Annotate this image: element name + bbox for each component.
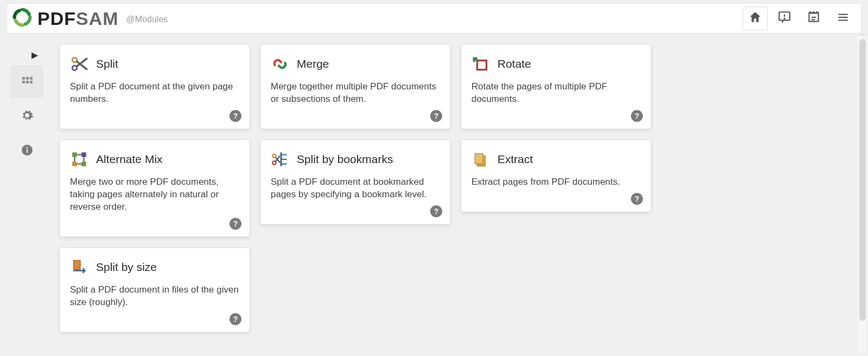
svg-rect-8 <box>22 77 25 80</box>
module-card-split-size[interactable]: Split by size Split a PDF document in fi… <box>60 248 250 332</box>
log-button[interactable] <box>801 7 826 30</box>
scissors-icon <box>70 55 88 73</box>
svg-rect-25 <box>81 161 86 166</box>
help-button[interactable]: ? <box>430 205 442 217</box>
module-card-split[interactable]: Split Split a PDF document at the given … <box>60 44 250 129</box>
news-icon <box>777 10 792 27</box>
sidebar-item-dashboard[interactable] <box>11 66 43 98</box>
help-button[interactable]: ? <box>229 110 241 122</box>
sidebar-item-about[interactable] <box>11 135 43 167</box>
log-icon <box>807 10 821 27</box>
breadcrumb: @Modules <box>126 15 168 24</box>
logo-icon <box>12 8 32 29</box>
chain-icon <box>271 55 289 73</box>
news-button[interactable] <box>772 7 797 30</box>
help-button[interactable]: ? <box>229 313 241 325</box>
help-button[interactable]: ? <box>229 218 241 230</box>
module-title: Merge <box>297 57 329 70</box>
help-button[interactable]: ? <box>631 193 643 205</box>
module-description: Split a PDF document in files of the giv… <box>70 284 239 309</box>
extract-icon <box>471 150 490 169</box>
svg-point-16 <box>27 147 28 148</box>
gear-icon <box>21 109 34 124</box>
module-card-alternate-mix[interactable]: Alternate Mix Merge two or more PDF docu… <box>60 140 250 237</box>
module-title: Rotate <box>497 57 531 70</box>
svg-rect-24 <box>72 161 77 166</box>
module-title: Split <box>96 57 118 70</box>
module-description: Merge together multiple PDF documents or… <box>271 81 440 106</box>
sidebar-expand-button[interactable]: ▶ <box>31 50 38 60</box>
module-title: Split by bookmarks <box>297 153 393 166</box>
module-description: Split a PDF document at bookmarked pages… <box>271 176 440 201</box>
svg-rect-15 <box>27 149 28 153</box>
svg-point-2 <box>784 18 784 19</box>
svg-rect-23 <box>81 152 86 157</box>
menu-icon <box>836 10 850 27</box>
module-title: Extract <box>497 153 533 166</box>
module-description: Extract pages from PDF documents. <box>471 176 641 189</box>
help-button[interactable]: ? <box>631 110 643 122</box>
split-size-icon <box>70 258 88 276</box>
info-icon <box>21 144 34 159</box>
svg-rect-21 <box>477 61 487 70</box>
svg-rect-36 <box>73 260 80 269</box>
module-description: Rotate the pages of multiple PDF documen… <box>471 81 641 106</box>
rotate-icon <box>471 55 490 73</box>
scrollbar-thumb[interactable] <box>859 39 866 321</box>
svg-rect-13 <box>30 81 33 83</box>
mix-icon <box>70 150 88 169</box>
chevron-right-icon: ▶ <box>31 50 38 60</box>
sidebar: ▶ <box>0 34 54 356</box>
module-card-merge[interactable]: Merge Merge together multiple PDF docume… <box>260 44 450 129</box>
home-button[interactable] <box>743 7 768 30</box>
bookmark-scissors-icon <box>271 150 289 169</box>
grid-icon <box>21 74 34 89</box>
menu-button[interactable] <box>831 7 856 30</box>
logo-text-pdf: PDF <box>37 8 76 29</box>
svg-rect-9 <box>26 77 29 80</box>
module-card-split-bookmarks[interactable]: Split by bookmarks Split a PDF document … <box>260 140 450 224</box>
scroll-up-icon: ︿ <box>858 30 867 38</box>
svg-rect-10 <box>30 77 33 80</box>
svg-rect-22 <box>72 152 77 157</box>
module-description: Split a PDF document at the given page n… <box>70 81 239 106</box>
modules-grid: Split Split a PDF document at the given … <box>54 34 868 356</box>
module-description: Merge two or more PDF documents, taking … <box>70 176 239 213</box>
vertical-scrollbar[interactable]: ︿ <box>858 36 867 353</box>
module-title: Split by size <box>96 261 157 274</box>
module-title: Alternate Mix <box>96 153 163 166</box>
home-icon <box>748 10 762 27</box>
help-button[interactable]: ? <box>430 110 442 122</box>
logo-text-sam: SAM <box>76 8 119 29</box>
svg-rect-11 <box>22 81 25 83</box>
app-logo: PDF SAM @Modules <box>12 8 168 29</box>
svg-rect-35 <box>475 153 483 164</box>
sidebar-item-settings[interactable] <box>11 100 43 133</box>
header-toolbar: PDF SAM @Modules <box>7 3 861 34</box>
module-card-extract[interactable]: Extract Extract pages from PDF documents… <box>461 140 651 212</box>
svg-rect-12 <box>26 81 29 83</box>
module-card-rotate[interactable]: Rotate Rotate the pages of multiple PDF … <box>461 44 651 129</box>
